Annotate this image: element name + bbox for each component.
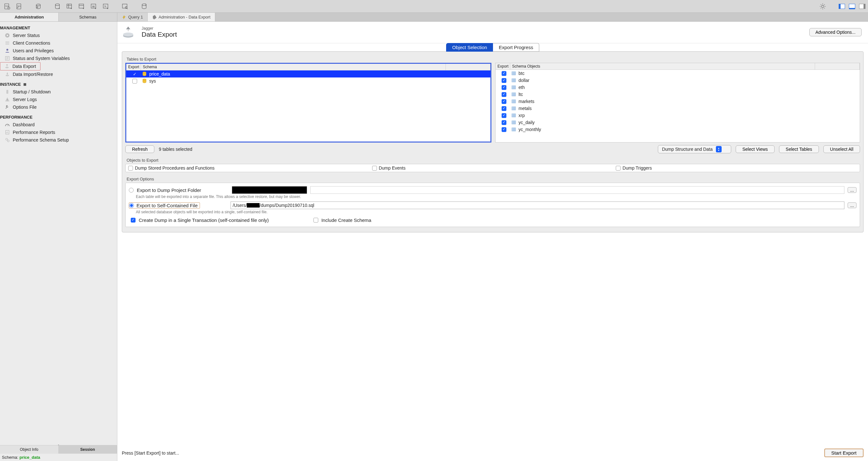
- toggle-bottom-panel-icon[interactable]: [849, 4, 855, 9]
- table-row[interactable]: yc_daily: [496, 119, 860, 126]
- table-row[interactable]: markets: [496, 98, 860, 105]
- svg-point-20: [6, 49, 8, 51]
- nav-data-export[interactable]: Data Export: [0, 62, 40, 70]
- nav-server-status[interactable]: Server Status: [0, 32, 117, 39]
- open-sql-file-icon[interactable]: SQL: [15, 2, 24, 11]
- table-checkbox[interactable]: [502, 85, 506, 90]
- table-row[interactable]: yc_monthly: [496, 126, 860, 133]
- nav-status-variables[interactable]: Status and System Variables: [0, 55, 117, 62]
- nav-perf-reports[interactable]: Performance Reports: [0, 128, 117, 136]
- table-checkbox[interactable]: [502, 78, 506, 83]
- table-row[interactable]: xrp: [496, 112, 860, 119]
- select-tables-button[interactable]: Select Tables: [779, 145, 819, 153]
- table-checkbox[interactable]: [502, 127, 506, 132]
- variables-icon: [4, 56, 10, 61]
- svg-rect-43: [512, 128, 516, 131]
- table-row[interactable]: metals: [496, 105, 860, 112]
- sidebar-tab-session[interactable]: Session: [59, 445, 117, 454]
- select-arrows-icon: ▲▼: [716, 146, 722, 152]
- add-view-icon[interactable]: [77, 2, 86, 11]
- nav-client-connections[interactable]: Client Connections: [0, 39, 117, 47]
- toggle-right-panel-icon[interactable]: [859, 4, 865, 9]
- nav-startup-shutdown[interactable]: Startup / Shutdown: [0, 88, 117, 96]
- table-checkbox[interactable]: [502, 71, 506, 76]
- dump-mode-select[interactable]: Dump Structure and Data ▲▼: [658, 145, 731, 153]
- svg-point-16: [822, 5, 824, 7]
- svg-text:SQL: SQL: [5, 5, 9, 7]
- checkbox-dump-stored[interactable]: [128, 166, 133, 171]
- table-checkbox[interactable]: [502, 99, 506, 104]
- add-table-icon[interactable]: [65, 2, 74, 11]
- toggle-left-panel-icon[interactable]: [839, 4, 845, 9]
- folder-browse-button[interactable]: ...: [847, 187, 857, 193]
- nav-dashboard[interactable]: Dashboard: [0, 121, 117, 128]
- advanced-options-button[interactable]: Advanced Options...: [809, 28, 862, 36]
- add-schema-icon[interactable]: [53, 2, 62, 11]
- settings-gear-icon[interactable]: [818, 2, 827, 11]
- nav-options-file[interactable]: Options File: [0, 103, 117, 111]
- footer-hint: Press [Start Export] to start...: [122, 451, 179, 456]
- svg-point-23: [6, 75, 9, 76]
- table-row[interactable]: btc: [496, 70, 860, 77]
- svg-rect-37: [512, 86, 516, 89]
- table-checkbox[interactable]: [502, 92, 506, 97]
- radio-export-self-contained[interactable]: [129, 203, 134, 208]
- tab-object-selection[interactable]: Object Selection: [446, 43, 493, 52]
- table-icon: [511, 92, 517, 97]
- start-export-button[interactable]: Start Export: [824, 449, 864, 457]
- nav-users-privileges[interactable]: Users and Privileges: [0, 47, 117, 55]
- search-table-icon[interactable]: [121, 2, 129, 11]
- tab-export-progress[interactable]: Export Progress: [493, 43, 539, 52]
- add-routine-icon[interactable]: [89, 2, 98, 11]
- table-row[interactable]: dollar: [496, 77, 860, 84]
- table-row[interactable]: ltc: [496, 91, 860, 98]
- sidebar-tab-administration[interactable]: Administration: [0, 13, 59, 21]
- table-icon: [511, 127, 517, 132]
- svg-rect-39: [512, 100, 516, 103]
- self-contained-path-input[interactable]: /Users//dumps/Dump20190710.sql: [230, 202, 844, 209]
- rebuild-icon[interactable]: [140, 2, 149, 11]
- select-views-button[interactable]: Select Views: [736, 145, 775, 153]
- user-icon: [4, 48, 10, 54]
- nav-perf-schema-setup[interactable]: Performance Schema Setup: [0, 136, 117, 144]
- checkbox-dump-triggers[interactable]: [616, 166, 621, 171]
- new-sql-file-icon[interactable]: SQL: [3, 2, 11, 11]
- folder-path-input[interactable]: [232, 186, 307, 194]
- schema-row[interactable]: ✓price_data: [126, 70, 491, 78]
- refresh-button[interactable]: Refresh: [125, 145, 154, 153]
- import-icon: [4, 71, 10, 77]
- svg-point-28: [7, 140, 9, 142]
- svg-point-15: [142, 3, 146, 5]
- unselect-all-button[interactable]: Unselect All: [824, 145, 860, 153]
- self-help: All selected database objects will be ex…: [136, 210, 857, 214]
- schema-row[interactable]: sys: [126, 78, 491, 85]
- schema-list[interactable]: Export Schema ✓price_datasys: [125, 63, 491, 143]
- add-function-icon[interactable]: fx: [101, 2, 110, 11]
- tab-admin-data-export[interactable]: Administration - Data Export: [148, 13, 215, 21]
- table-icon: [511, 70, 517, 76]
- table-checkbox[interactable]: [502, 113, 506, 118]
- export-icon: [4, 63, 10, 69]
- table-checkbox[interactable]: [502, 106, 506, 111]
- table-row[interactable]: eth: [496, 84, 860, 91]
- radio-export-folder[interactable]: [129, 188, 134, 192]
- checkbox-include-create-schema[interactable]: [313, 218, 318, 222]
- svg-rect-13: [122, 4, 127, 8]
- checkbox-single-transaction[interactable]: [131, 218, 135, 222]
- nav-server-logs[interactable]: Server Logs: [0, 96, 117, 103]
- schema-info: Schema: price_data: [0, 454, 117, 461]
- tab-query-1[interactable]: Query 1: [117, 13, 148, 21]
- table-list[interactable]: Export Schema Objects btcdollarethltcmar…: [495, 63, 860, 143]
- inspector-icon[interactable]: [34, 2, 43, 11]
- svg-rect-42: [512, 121, 516, 124]
- power-icon: [4, 89, 10, 95]
- sidebar-tab-schemas[interactable]: Schemas: [59, 13, 117, 21]
- sidebar-tab-object-info[interactable]: Object Info: [0, 445, 59, 454]
- checkbox-dump-events[interactable]: [372, 166, 377, 171]
- svg-rect-36: [512, 79, 516, 82]
- self-browse-button[interactable]: ...: [847, 203, 857, 208]
- table-checkbox[interactable]: [502, 120, 506, 125]
- nav-data-import[interactable]: Data Import/Restore: [0, 70, 117, 78]
- database-icon: [142, 78, 147, 84]
- schema-checkbox[interactable]: [132, 79, 137, 84]
